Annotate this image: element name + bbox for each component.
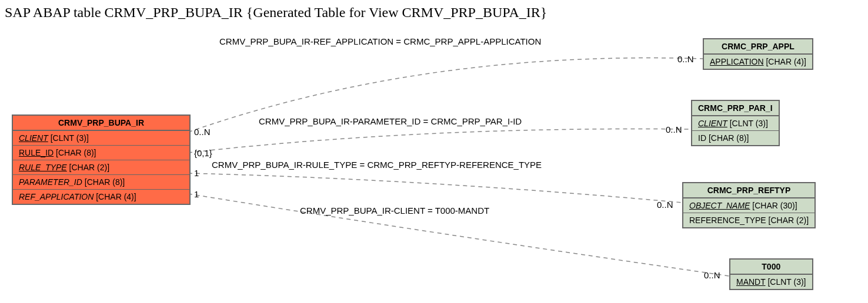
entity-field: MANDT [CLNT (3)] bbox=[730, 275, 812, 289]
entity-main-header: CRMV_PRP_BUPA_IR bbox=[13, 116, 189, 131]
entity-field: REFERENCE_TYPE [CHAR (2)] bbox=[683, 213, 814, 227]
card-right-3: 0..N bbox=[704, 270, 720, 280]
entity-field: APPLICATION [CHAR (4)] bbox=[704, 55, 812, 69]
entity-field: CLIENT [CLNT (3)] bbox=[692, 116, 779, 131]
entity-main: CRMV_PRP_BUPA_IR CLIENT [CLNT (3)]RULE_I… bbox=[12, 115, 191, 205]
card-right-2: 0..N bbox=[657, 200, 673, 210]
rel-label-2: CRMV_PRP_BUPA_IR-RULE_TYPE = CRMC_PRP_RE… bbox=[212, 160, 542, 170]
page-title: SAP ABAP table CRMV_PRP_BUPA_IR {Generat… bbox=[5, 5, 547, 21]
entity-t000: T000 MANDT [CLNT (3)] bbox=[729, 258, 813, 290]
entity-crmc-prp-reftyp: CRMC_PRP_REFTYP OBJECT_NAME [CHAR (30)]R… bbox=[682, 182, 816, 228]
entity-crmc-prp-par-i: CRMC_PRP_PAR_I CLIENT [CLNT (3)]ID [CHAR… bbox=[691, 100, 780, 146]
card-left-3: 1 bbox=[194, 189, 199, 199]
entity-field: RULE_TYPE [CHAR (2)] bbox=[13, 160, 189, 175]
card-left-2: 1 bbox=[194, 168, 199, 178]
entity-field: REF_APPLICATION [CHAR (4)] bbox=[13, 190, 189, 204]
entity-field: ID [CHAR (8)] bbox=[692, 131, 779, 145]
entity-field: PARAMETER_ID [CHAR (8)] bbox=[13, 175, 189, 190]
card-left-0: 0..N bbox=[194, 127, 211, 137]
entity-header: CRMC_PRP_APPL bbox=[704, 39, 812, 55]
entity-field: CLIENT [CLNT (3)] bbox=[13, 131, 189, 146]
card-right-1: 0..N bbox=[666, 124, 682, 134]
entity-crmc-prp-appl: CRMC_PRP_APPL APPLICATION [CHAR (4)] bbox=[703, 38, 813, 70]
card-left-1: {0,1} bbox=[194, 148, 212, 158]
entity-field: OBJECT_NAME [CHAR (30)] bbox=[683, 198, 814, 213]
entity-header: CRMC_PRP_REFTYP bbox=[683, 183, 814, 198]
rel-label-0: CRMV_PRP_BUPA_IR-REF_APPLICATION = CRMC_… bbox=[219, 36, 541, 46]
rel-label-1: CRMV_PRP_BUPA_IR-PARAMETER_ID = CRMC_PRP… bbox=[259, 116, 522, 126]
entity-field: RULE_ID [CHAR (8)] bbox=[13, 146, 189, 160]
entity-header: CRMC_PRP_PAR_I bbox=[692, 101, 779, 116]
entity-header: T000 bbox=[730, 260, 812, 275]
card-right-0: 0..N bbox=[677, 54, 694, 64]
rel-label-3: CRMV_PRP_BUPA_IR-CLIENT = T000-MANDT bbox=[300, 206, 489, 216]
